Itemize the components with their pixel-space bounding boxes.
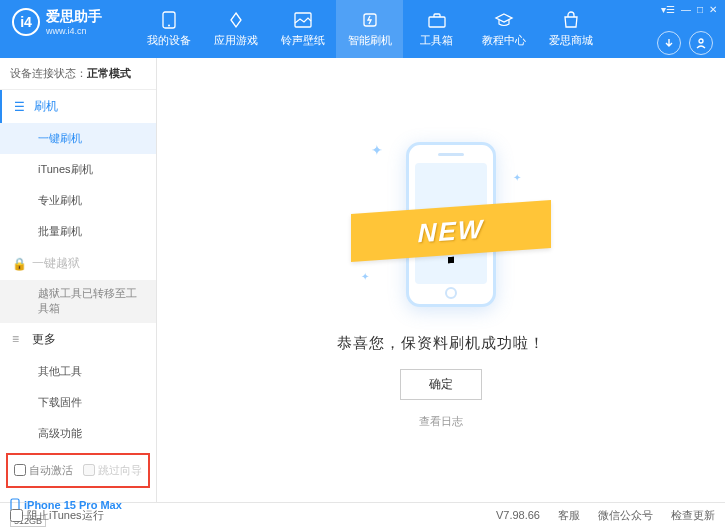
nav-shop[interactable]: 爱思商城 xyxy=(537,0,604,58)
checkbox-block-itunes[interactable]: 阻止iTunes运行 xyxy=(10,508,104,523)
nav-label: 教程中心 xyxy=(482,33,526,48)
checkbox-auto-activate[interactable]: 自动激活 xyxy=(14,463,73,478)
footer-link-support[interactable]: 客服 xyxy=(558,508,580,523)
titlebar-right: ▾☰ — □ ✕ xyxy=(649,0,725,58)
sidebar-item-oneclick-flash[interactable]: 一键刷机 xyxy=(0,123,156,154)
titlebar: i4 爱思助手 www.i4.cn 我的设备 应用游戏 铃声壁纸 智能刷机 工具… xyxy=(0,0,725,58)
footer-link-wechat[interactable]: 微信公众号 xyxy=(598,508,653,523)
sparkle-icon: ✦ xyxy=(361,271,369,282)
phone-icon xyxy=(159,11,179,29)
nav-toolbox[interactable]: 工具箱 xyxy=(403,0,470,58)
user-button[interactable] xyxy=(689,31,713,55)
graduation-icon xyxy=(494,11,514,29)
nav-apps[interactable]: 应用游戏 xyxy=(202,0,269,58)
view-log-link[interactable]: 查看日志 xyxy=(419,414,463,429)
lock-icon: 🔒 xyxy=(12,257,26,271)
sidebar-item-jailbreak-moved[interactable]: 越狱工具已转移至工具箱 xyxy=(0,280,156,323)
apps-icon xyxy=(226,11,246,29)
sidebar-item-batch-flash[interactable]: 批量刷机 xyxy=(0,216,156,247)
nav-label: 智能刷机 xyxy=(348,33,392,48)
svg-point-5 xyxy=(699,39,703,43)
main-nav: 我的设备 应用游戏 铃声壁纸 智能刷机 工具箱 教程中心 爱思商城 xyxy=(135,0,649,58)
svg-rect-4 xyxy=(429,17,445,27)
bag-icon xyxy=(561,11,581,29)
svg-point-1 xyxy=(168,24,170,26)
nav-label: 工具箱 xyxy=(420,33,453,48)
logo-icon: i4 xyxy=(12,8,40,36)
checkbox-skip-guide[interactable]: 跳过向导 xyxy=(83,463,142,478)
sidebar: 设备连接状态：正常模式 ☰ 刷机 一键刷机 iTunes刷机 专业刷机 批量刷机… xyxy=(0,58,157,502)
sidebar-item-other-tools[interactable]: 其他工具 xyxy=(0,356,156,387)
close-icon[interactable]: ✕ xyxy=(709,4,717,15)
nav-my-device[interactable]: 我的设备 xyxy=(135,0,202,58)
image-icon xyxy=(293,11,313,29)
new-ribbon: NEW xyxy=(351,200,551,262)
nav-flash[interactable]: 智能刷机 xyxy=(336,0,403,58)
flash-icon xyxy=(360,11,380,29)
toolbox-icon xyxy=(427,11,447,29)
sidebar-item-advanced[interactable]: 高级功能 xyxy=(0,418,156,449)
sidebar-section-flash[interactable]: ☰ 刷机 xyxy=(0,90,156,123)
download-button[interactable] xyxy=(657,31,681,55)
sidebar-section-jailbreak[interactable]: 🔒 一键越狱 xyxy=(0,247,156,280)
sidebar-section-more[interactable]: ≡ 更多 xyxy=(0,323,156,356)
nav-label: 爱思商城 xyxy=(549,33,593,48)
sidebar-item-itunes-flash[interactable]: iTunes刷机 xyxy=(0,154,156,185)
sidebar-item-pro-flash[interactable]: 专业刷机 xyxy=(0,185,156,216)
minimize-icon[interactable]: — xyxy=(681,4,691,15)
options-highlighted-box: 自动激活 跳过向导 xyxy=(6,453,150,488)
ok-button[interactable]: 确定 xyxy=(400,369,482,400)
success-message: 恭喜您，保资料刷机成功啦！ xyxy=(337,334,545,353)
footer-link-update[interactable]: 检查更新 xyxy=(671,508,715,523)
nav-label: 应用游戏 xyxy=(214,33,258,48)
sidebar-item-download-firmware[interactable]: 下载固件 xyxy=(0,387,156,418)
app-logo: i4 爱思助手 www.i4.cn xyxy=(0,0,135,58)
nav-label: 我的设备 xyxy=(147,33,191,48)
success-illustration: ✦ ✦ ✦ NEW xyxy=(341,132,541,312)
app-title: 爱思助手 xyxy=(46,8,102,26)
nav-ringtones[interactable]: 铃声壁纸 xyxy=(269,0,336,58)
list-icon: ☰ xyxy=(14,100,28,114)
nav-tutorials[interactable]: 教程中心 xyxy=(470,0,537,58)
sparkle-icon: ✦ xyxy=(371,142,383,158)
menu-icon[interactable]: ▾☰ xyxy=(661,4,675,15)
connection-status: 设备连接状态：正常模式 xyxy=(0,58,156,90)
more-icon: ≡ xyxy=(12,332,26,346)
app-url: www.i4.cn xyxy=(46,26,102,36)
maximize-icon[interactable]: □ xyxy=(697,4,703,15)
svg-rect-2 xyxy=(295,13,311,27)
version-label: V7.98.66 xyxy=(496,509,540,521)
nav-label: 铃声壁纸 xyxy=(281,33,325,48)
main-content: ✦ ✦ ✦ NEW 恭喜您，保资料刷机成功啦！ 确定 查看日志 xyxy=(157,58,725,502)
sparkle-icon: ✦ xyxy=(513,172,521,183)
